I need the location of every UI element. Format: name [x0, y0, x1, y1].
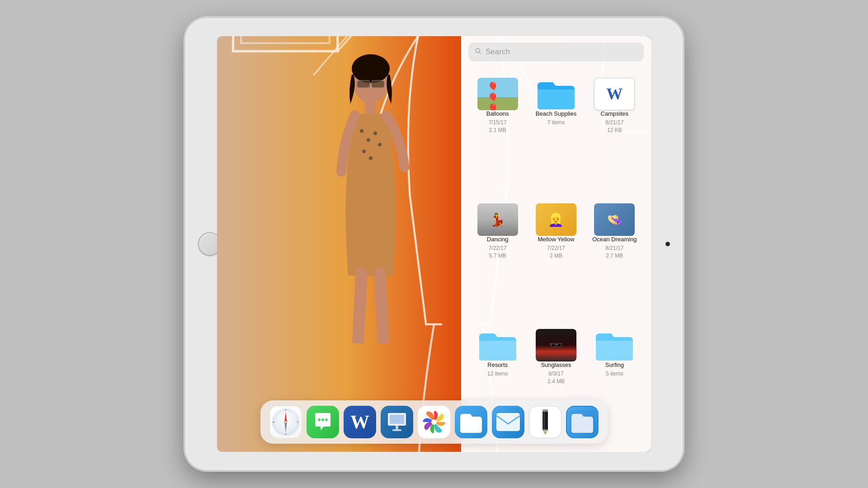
- file-name-beach-supplies: Beach Supplies: [536, 110, 576, 118]
- dock-icon-browse[interactable]: Browse: [566, 406, 599, 438]
- file-thumb-balloons: [477, 78, 518, 110]
- svg-rect-47: [542, 409, 548, 412]
- dock: N S E W W: [260, 400, 608, 444]
- file-meta-ocean-dreaming: 8/21/17 2.7 MB: [605, 244, 623, 260]
- svg-rect-48: [542, 429, 548, 431]
- svg-rect-42: [392, 429, 401, 431]
- dock-icon-safari[interactable]: N S E W: [269, 406, 302, 438]
- file-meta-sunglasses: 8/3/17 2.4 MB: [547, 370, 565, 385]
- svg-text:W: W: [273, 421, 275, 423]
- file-item-campsites[interactable]: W Campsites 8/21/17 12 KB: [585, 70, 644, 196]
- svg-point-15: [352, 54, 390, 83]
- file-name-surfing: Surfing: [605, 361, 624, 369]
- svg-line-27: [479, 52, 481, 54]
- file-name-dancing: Dancing: [487, 236, 509, 244]
- file-name-ocean-dreaming: Ocean Dreaming: [592, 236, 637, 244]
- svg-rect-16: [357, 80, 370, 88]
- word-w-icon: W: [606, 84, 623, 103]
- svg-point-43: [431, 419, 437, 425]
- svg-point-37: [321, 418, 324, 421]
- search-bar[interactable]: Search: [468, 42, 644, 61]
- svg-point-38: [325, 418, 328, 421]
- dock-container: N S E W W: [231, 400, 637, 444]
- svg-point-23: [378, 143, 382, 146]
- svg-point-20: [360, 129, 363, 133]
- folder-icon-beach-supplies: [536, 78, 576, 110]
- files-panel: Search Balloons 7/15/17 2.1 MB: [461, 36, 651, 452]
- file-meta-resorts: 12 items: [487, 370, 508, 378]
- file-meta-beach-supplies: 7 items: [547, 119, 565, 127]
- file-item-beach-supplies[interactable]: Beach Supplies 7 items: [527, 70, 585, 196]
- folder-icon-resorts: [477, 329, 518, 361]
- file-thumb-dancing: [477, 203, 518, 236]
- folder-icon-surfing: [594, 329, 635, 361]
- file-item-balloons[interactable]: Balloons 7/15/17 2.1 MB: [468, 70, 527, 196]
- file-thumb-sunglasses: [536, 329, 576, 361]
- svg-rect-44: [496, 413, 520, 431]
- svg-rect-41: [396, 426, 398, 429]
- svg-point-24: [362, 150, 366, 153]
- file-name-campsites: Campsites: [601, 110, 628, 118]
- file-thumb-ocean-dreaming: [594, 203, 635, 236]
- file-meta-dancing: 7/22/17 5.7 MB: [489, 244, 507, 260]
- svg-rect-46: [543, 411, 545, 431]
- file-item-mellow-yellow[interactable]: Mellow Yellow 7/22/17 2 MB: [527, 196, 585, 322]
- dock-icon-pencil-app[interactable]: [529, 406, 561, 438]
- svg-rect-49: [570, 410, 595, 434]
- file-thumb-campsites: W: [594, 78, 635, 110]
- file-name-balloons: Balloons: [486, 110, 509, 118]
- svg-point-21: [367, 138, 370, 142]
- svg-point-36: [318, 418, 321, 421]
- ipad-frame: Search Balloons 7/15/17 2.1 MB: [185, 18, 683, 470]
- file-thumb-mellow-yellow: [536, 203, 576, 236]
- camera-dot: [665, 242, 670, 246]
- file-meta-campsites: 8/21/17 12 KB: [605, 119, 623, 134]
- svg-point-25: [369, 156, 373, 160]
- ipad-screen: Search Balloons 7/15/17 2.1 MB: [217, 36, 651, 452]
- file-item-ocean-dreaming[interactable]: Ocean Dreaming 8/21/17 2.7 MB: [585, 196, 644, 322]
- file-meta-balloons: 7/15/17 2.1 MB: [489, 119, 507, 134]
- svg-rect-19: [365, 102, 376, 115]
- dock-icon-photos[interactable]: [418, 406, 450, 438]
- search-icon: [475, 47, 482, 56]
- file-item-dancing[interactable]: Dancing 7/22/17 5.7 MB: [468, 196, 527, 322]
- svg-point-26: [476, 48, 480, 52]
- file-meta-mellow-yellow: 7/22/17 2 MB: [547, 244, 565, 260]
- file-name-sunglasses: Sunglasses: [541, 361, 571, 369]
- svg-rect-17: [372, 80, 384, 88]
- file-name-resorts: Resorts: [487, 361, 508, 369]
- dock-icon-messages[interactable]: [307, 406, 339, 438]
- files-grid: Balloons 7/15/17 2.1 MB Beach Supplies: [461, 66, 651, 452]
- svg-rect-40: [390, 415, 404, 424]
- dock-icon-keynote[interactable]: [381, 406, 413, 438]
- search-placeholder: Search: [486, 47, 510, 56]
- dock-icon-word[interactable]: W: [344, 406, 376, 438]
- dock-icon-mail[interactable]: [492, 406, 524, 438]
- dock-icon-files[interactable]: [455, 406, 487, 438]
- svg-point-22: [373, 131, 377, 135]
- file-meta-surfing: 5 items: [606, 370, 623, 378]
- svg-text:N: N: [285, 408, 287, 411]
- file-name-mellow-yellow: Mellow Yellow: [538, 236, 575, 244]
